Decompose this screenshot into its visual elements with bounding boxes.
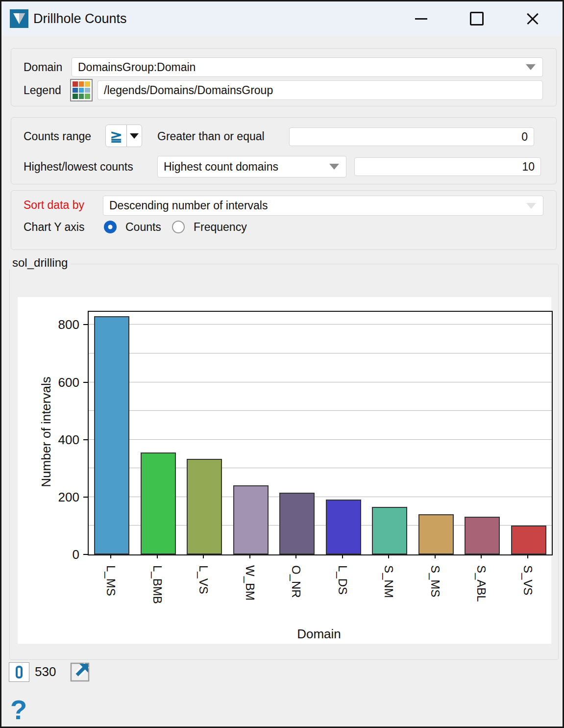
x-tick-label-l_ds: L_DS <box>336 565 349 595</box>
title-bar: Drillhole Counts <box>1 1 563 36</box>
highest-lowest-dropdown[interactable]: Highest count domains <box>157 156 346 177</box>
gridline <box>89 324 552 325</box>
bar-s_ms <box>418 514 454 554</box>
sort-dropdown-value: Descending number of intervals <box>109 199 268 212</box>
bar-l_vs <box>187 459 222 554</box>
x-axis-title: Domain <box>297 627 341 642</box>
window-title: Drillhole Counts <box>33 11 127 26</box>
legend-color-swatch <box>79 94 84 99</box>
y-tick-mark <box>83 554 88 555</box>
gridline <box>89 353 552 353</box>
counts-range-label: Counts range <box>24 130 91 143</box>
x-tick-label-o_nr: O_NR <box>289 565 303 598</box>
y-tick-label-600: 600 <box>26 375 79 390</box>
legend-color-swatch <box>85 94 90 99</box>
domain-label: Domain <box>24 61 62 74</box>
drillhole-count-value: 530 <box>35 664 56 679</box>
count-limit-input[interactable]: 10 <box>354 157 541 176</box>
legend-path-value: /legends/Domains/DomainsGroup <box>104 84 273 97</box>
maximize-icon <box>470 12 484 25</box>
y-tick-mark <box>83 439 88 440</box>
export-icon <box>68 660 92 684</box>
bar-l_ms <box>94 316 129 554</box>
greater-equal-label: Greater than or equal <box>157 130 265 143</box>
x-tick-mark <box>527 554 528 558</box>
x-tick-label-l_bmb: L_BMB <box>150 565 164 604</box>
window-controls <box>410 7 563 30</box>
y-tick-mark <box>83 497 88 498</box>
operator-dropdown[interactable] <box>126 125 142 147</box>
drillhole-icon <box>16 666 23 678</box>
y-tick-label-400: 400 <box>26 432 79 447</box>
legend-color-swatch <box>79 81 84 87</box>
greater-equal-value: 0 <box>521 130 528 144</box>
x-tick-label-l_vs: L_VS <box>196 565 210 594</box>
app-logo-icon <box>10 9 28 28</box>
minimize-icon <box>415 18 427 20</box>
bar-s_abl <box>465 517 500 554</box>
legend-color-swatch <box>73 81 78 87</box>
radio-frequency[interactable] <box>172 221 185 233</box>
bar-w_bm <box>233 485 269 554</box>
x-tick-mark <box>342 554 343 558</box>
triangle-down-icon <box>130 133 139 139</box>
greater-equal-input[interactable]: 0 <box>289 127 534 146</box>
y-tick-mark <box>83 324 88 325</box>
sort-data-by-label: Sort data by <box>24 199 84 212</box>
x-tick-label-w_bm: W_BM <box>243 565 257 601</box>
plot-area <box>88 311 553 555</box>
close-button[interactable] <box>521 7 544 30</box>
gridline <box>89 410 552 411</box>
x-tick-label-s_ms: S_MS <box>428 565 442 597</box>
x-tick-mark <box>110 554 111 558</box>
x-tick-label-s_abl: S_ABL <box>474 565 488 602</box>
export-button[interactable] <box>68 660 92 684</box>
gridline <box>89 382 552 382</box>
domain-dropdown[interactable]: DomainsGroup:Domain <box>72 57 543 77</box>
radio-counts[interactable] <box>104 221 117 233</box>
domain-dropdown-value: DomainsGroup:Domain <box>78 61 196 74</box>
bar-l_ds <box>326 500 361 554</box>
x-tick-mark <box>388 554 389 558</box>
y-tick-label-800: 800 <box>26 317 79 332</box>
legend-color-swatch <box>85 88 90 93</box>
legend-color-swatch <box>73 94 78 99</box>
legend-picker-button[interactable] <box>70 79 93 101</box>
x-tick-label-l_ms: L_MS <box>104 565 118 596</box>
maximize-button[interactable] <box>466 7 488 30</box>
chevron-down-icon <box>526 203 536 209</box>
radio-counts-label: Counts <box>125 221 161 234</box>
x-tick-mark <box>249 554 250 558</box>
highest-lowest-label: Highest/lowest counts <box>24 160 133 174</box>
x-tick-mark <box>435 554 436 558</box>
sort-dropdown[interactable]: Descending number of intervals <box>103 196 543 216</box>
chevron-down-icon <box>329 164 339 170</box>
greater-equal-icon: ≧ <box>106 125 126 147</box>
x-tick-mark <box>481 554 482 558</box>
x-tick-mark <box>295 554 296 558</box>
highest-lowest-selected: Highest count domains <box>164 160 278 174</box>
drillhole-counts-window: { "window": { "title": "Drillhole Counts… <box>0 0 564 728</box>
bar-s_vs <box>511 526 546 554</box>
x-tick-label-s_vs: S_VS <box>521 565 535 595</box>
legend-color-swatch <box>79 88 84 93</box>
y-tick-label-0: 0 <box>26 547 79 562</box>
chevron-down-icon <box>526 64 536 70</box>
x-tick-label-s_nm: S_NM <box>382 565 395 598</box>
radio-frequency-label: Frequency <box>194 221 247 234</box>
help-button[interactable]: ? <box>10 694 27 726</box>
legend-color-swatch <box>73 88 78 93</box>
bar-o_nr <box>279 493 315 554</box>
legend-color-swatch <box>85 81 90 87</box>
bar-l_bmb <box>141 452 176 554</box>
x-tick-mark <box>157 554 158 558</box>
groupbox-title: sol_drilling <box>9 256 71 270</box>
operator-split-button[interactable]: ≧ <box>105 125 142 147</box>
drillhole-count-button[interactable] <box>9 662 29 682</box>
y-tick-mark <box>83 382 88 383</box>
bar-s_nm <box>372 507 407 554</box>
x-tick-mark <box>203 554 204 558</box>
close-icon <box>526 12 539 25</box>
minimize-button[interactable] <box>410 7 432 30</box>
legend-path-field[interactable]: /legends/Domains/DomainsGroup <box>98 80 543 100</box>
